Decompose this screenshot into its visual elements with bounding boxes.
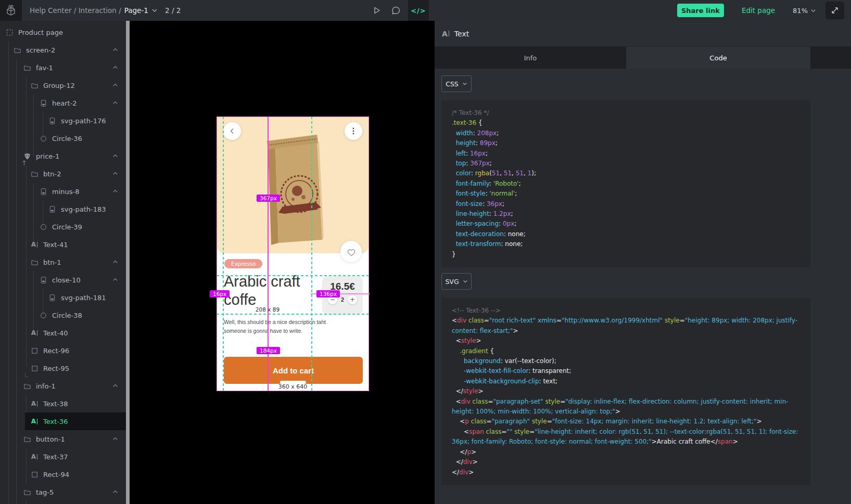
layer-label: heart-2 <box>52 99 77 107</box>
tree-elbow <box>25 372 29 377</box>
tab-info[interactable]: Info <box>435 47 626 69</box>
layer-label: Circle-39 <box>52 223 82 231</box>
collapse-chevron-icon[interactable] <box>111 187 120 196</box>
layer-row-text-41[interactable]: AText-41 <box>0 236 126 253</box>
guide-line-horizontal <box>217 314 370 315</box>
text-layer-icon: A <box>30 399 39 408</box>
product-title[interactable]: Arabic craft coffe <box>224 273 316 309</box>
code-line: font-style: 'normal'; <box>452 189 800 199</box>
code-line: background: var(--text-color); <box>452 356 800 366</box>
back-button[interactable] <box>223 122 241 140</box>
fullscreen-button[interactable] <box>825 2 844 19</box>
collapse-chevron-icon[interactable] <box>111 382 120 390</box>
selection-size-label: 208 x 89 <box>244 306 291 313</box>
layer-row-rect-95[interactable]: Rect-95 <box>0 359 126 377</box>
svg-language-select[interactable]: SVG <box>441 273 472 290</box>
layer-row-circle-38[interactable]: Circle-38 <box>0 306 126 324</box>
layer-label: info-1 <box>36 382 56 390</box>
layer-row-fav-1[interactable]: fav-1 <box>0 59 126 76</box>
edit-page-link[interactable]: Edit page <box>742 6 775 15</box>
collapse-chevron-icon[interactable] <box>111 81 120 89</box>
collapse-chevron-icon[interactable] <box>111 46 120 54</box>
svgfile-icon <box>48 205 56 213</box>
layer-row-text-38[interactable]: AText-38 <box>0 395 126 412</box>
comments-button[interactable] <box>389 4 402 17</box>
layer-row-circle-39[interactable]: Circle-39 <box>0 218 126 236</box>
play-button[interactable] <box>371 4 383 17</box>
layer-label: Text-36 <box>43 418 68 425</box>
layer-row-heart-2[interactable]: heart-2 <box>0 94 126 112</box>
rect-icon <box>30 364 39 372</box>
heart-icon <box>346 247 357 256</box>
code-line: </p> <box>452 447 800 457</box>
layer-label: screen-2 <box>26 46 55 54</box>
collapse-chevron-icon[interactable] <box>111 63 120 72</box>
code-line: .text-36 { <box>452 118 800 128</box>
chevron-down-icon <box>463 279 468 284</box>
mode-toolbar: </> <box>371 0 429 21</box>
tree-guide-line <box>26 501 27 504</box>
folder-icon <box>13 46 21 54</box>
design-canvas[interactable]: Expresso Arabic craft coffe Well, this s… <box>130 21 435 504</box>
collapse-chevron-icon[interactable] <box>111 99 120 107</box>
circle-icon <box>39 311 47 319</box>
layer-row-info-1[interactable]: info-1 <box>0 377 126 395</box>
code-line: left: 16px; <box>452 149 800 159</box>
layer-row-product page[interactable]: Product page <box>0 23 126 41</box>
favorite-button[interactable] <box>340 241 362 262</box>
layer-row-svg-path-183[interactable]: svg-path-183 <box>0 200 126 218</box>
layer-row-rect-94[interactable]: Rect-94 <box>0 466 126 483</box>
svgfile-icon <box>48 117 56 125</box>
layer-label: Circle-38 <box>52 312 82 319</box>
layer-row-group-12[interactable]: Group-12 <box>0 76 126 94</box>
frame-icon <box>5 28 14 36</box>
kebab-menu-icon <box>352 127 354 135</box>
sidebar-scrollbar[interactable] <box>126 21 130 504</box>
layer-row-svg-path-181[interactable]: svg-path-181 <box>0 289 126 306</box>
share-link-button[interactable]: Share link <box>677 4 724 17</box>
collapse-chevron-icon[interactable] <box>111 435 120 443</box>
layer-label: Product page <box>18 29 63 36</box>
folder-icon <box>23 488 31 496</box>
layer-row-price-1[interactable]: price-1 <box>0 147 126 165</box>
layer-row-circle-36[interactable]: Circle-36 <box>0 130 126 147</box>
code-line: </style> <box>452 386 800 396</box>
tab-code[interactable]: Code <box>626 47 810 69</box>
css-language-select[interactable]: CSS <box>441 75 472 92</box>
svgfile-icon <box>39 99 47 107</box>
product-description: Well, this should be a nice description … <box>224 318 332 335</box>
menu-button[interactable] <box>345 122 362 140</box>
zoom-control[interactable]: 81% <box>793 7 816 15</box>
collapse-chevron-icon[interactable] <box>111 170 120 178</box>
layer-row-text-37[interactable]: AText-37 <box>0 448 126 466</box>
guide-line-horizontal <box>217 275 370 276</box>
layer-row-btn-1[interactable]: btn-1 <box>0 253 126 271</box>
phone-frame[interactable]: Expresso Arabic craft coffe Well, this s… <box>217 117 369 391</box>
layer-row-btn-2[interactable]: btn-2 <box>0 165 126 183</box>
rect-icon <box>30 470 39 479</box>
layer-row-text-36[interactable]: AText-36 <box>0 412 126 430</box>
layer-row-tag-5[interactable]: tag-5 <box>0 483 126 501</box>
layer-row-screen-2[interactable]: screen-2 <box>0 41 126 59</box>
comment-bubble-icon <box>391 6 401 16</box>
layer-label: Text-38 <box>43 400 68 408</box>
page-indicator: 2 / 2 <box>165 0 181 21</box>
layer-row-text-40[interactable]: AText-40 <box>0 324 126 342</box>
collapse-chevron-icon[interactable] <box>111 258 120 266</box>
layer-row-button-1[interactable]: button-1 <box>0 430 126 448</box>
svg-code-block: <!-- Text-36 --><div class="root rich-te… <box>441 298 810 485</box>
plus-button[interactable]: + <box>348 295 357 304</box>
collapse-chevron-icon[interactable] <box>111 152 120 160</box>
layer-row-close-10[interactable]: close-10 <box>0 271 126 289</box>
layer-row-svg-path-176[interactable]: svg-path-176 <box>0 112 126 130</box>
breadcrumb[interactable]: Help Center / Interaction / Page-1 <box>30 0 158 21</box>
layer-row-rect-96[interactable]: Rect-96 <box>0 342 126 359</box>
code-mode-button[interactable]: </> <box>408 0 429 21</box>
collapse-chevron-icon[interactable] <box>111 276 120 284</box>
folder-icon <box>23 435 31 443</box>
add-to-cart-button[interactable]: Add to cart <box>224 357 363 384</box>
app-logo[interactable] <box>0 0 22 21</box>
chevron-down-icon[interactable] <box>151 7 158 14</box>
collapse-chevron-icon[interactable] <box>111 488 120 496</box>
layer-row-minus-8[interactable]: minus-8 <box>0 183 126 200</box>
